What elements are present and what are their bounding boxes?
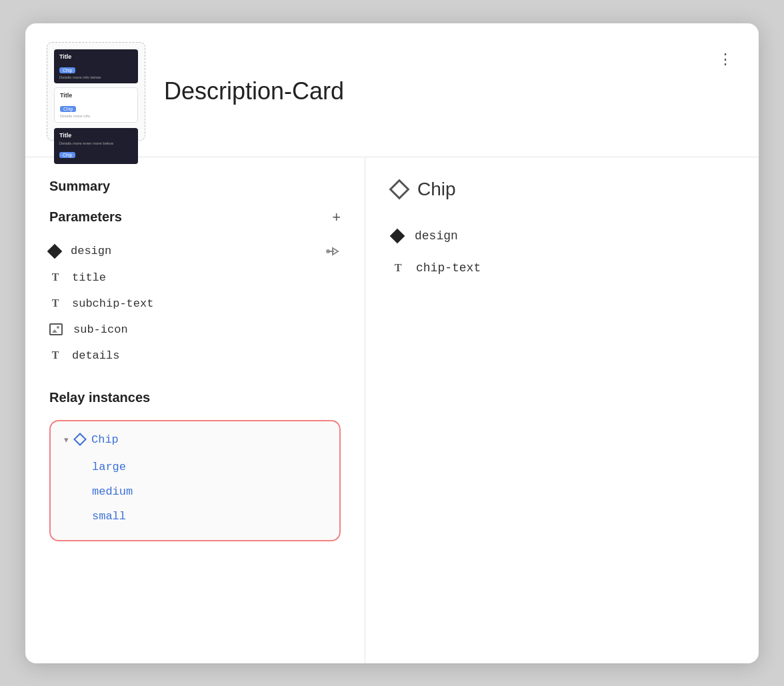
relay-header[interactable]: ▾ Chip [64, 433, 326, 446]
parameters-section-title: Parameters + [49, 209, 341, 226]
right-param-list: design T chip-text [392, 221, 732, 283]
right-panel: Chip design T chip-text [365, 157, 759, 663]
t-icon: T [49, 297, 61, 309]
more-options-button[interactable]: ⋮ [713, 47, 737, 71]
chevron-down-icon: ▾ [64, 435, 69, 445]
relay-chip-title: Chip [91, 433, 119, 446]
relay-box: ▾ Chip large medium small [49, 420, 341, 541]
relay-item-large[interactable]: large [92, 455, 326, 479]
relay-instances-label: Relay instances [49, 390, 341, 405]
right-panel-title: Chip [392, 179, 732, 200]
param-design[interactable]: design [49, 238, 341, 265]
component-thumbnail: Title Chip Details more info below Title… [47, 42, 145, 141]
parameters-list: design T title [49, 238, 341, 369]
summary-section-title: Summary [49, 179, 341, 194]
relay-item-medium[interactable]: medium [92, 480, 326, 503]
param-details: T details [49, 343, 341, 369]
diamond-outline-icon [389, 179, 409, 199]
t-icon: T [49, 271, 61, 283]
param-sub-icon: sub-icon [49, 317, 341, 343]
t-icon: T [49, 349, 61, 361]
right-param-chip-text: T chip-text [392, 253, 732, 283]
relay-item-small[interactable]: small [92, 505, 326, 528]
right-param-design: design [392, 221, 732, 251]
param-subchip-text: T subchip-text [49, 291, 341, 317]
param-title: T title [49, 265, 341, 291]
relay-instances-section: Relay instances ▾ Chip large medium smal… [49, 390, 341, 541]
diamond-filled-icon [47, 243, 63, 259]
relay-items-list: large medium small [64, 455, 326, 528]
page-title: Description-Card [164, 77, 695, 105]
diamond-filled-icon [390, 228, 405, 243]
arrow-right-icon [326, 245, 341, 258]
body: Summary Parameters + design [25, 157, 759, 663]
add-parameter-button[interactable]: + [332, 209, 341, 226]
diamond-outline-icon [73, 433, 87, 446]
header: Title Chip Details more info below Title… [25, 23, 759, 157]
main-card: Title Chip Details more info below Title… [25, 23, 759, 663]
t-icon: T [392, 262, 404, 274]
image-icon [49, 323, 63, 335]
left-panel: Summary Parameters + design [25, 157, 365, 663]
